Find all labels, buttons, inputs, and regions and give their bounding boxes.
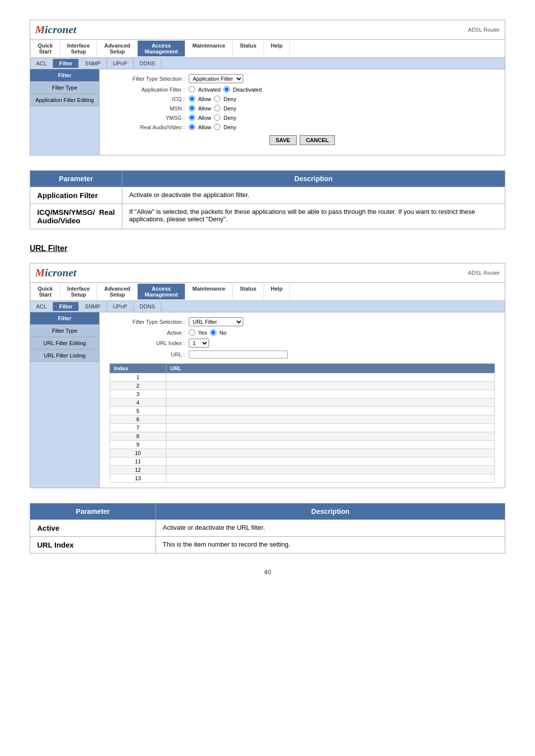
active-desc: Activate or deactivate the URL filter.: [156, 520, 505, 537]
url-listing-url: [166, 474, 494, 483]
icq-deny-radio[interactable]: [214, 96, 220, 102]
url-active-no-radio[interactable]: [210, 329, 216, 336]
url-subnav-ddns[interactable]: DDNS: [134, 302, 161, 311]
url-active-yes-radio[interactable]: [189, 329, 195, 336]
table-row: URL Index This is the item number to rec…: [30, 537, 505, 554]
url-sidebar-filter[interactable]: Filter: [30, 312, 99, 325]
url-nav-help[interactable]: Help: [264, 284, 290, 300]
app-filter-deactivated-radio[interactable]: [223, 86, 230, 93]
real-audio-allow-radio[interactable]: [189, 124, 195, 130]
url-filter-param-table: Parameter Description Active Activate or…: [30, 503, 505, 554]
msn-deny-radio[interactable]: [214, 105, 220, 111]
url-listing-url: [166, 407, 494, 415]
page-number: 40: [30, 568, 505, 576]
url-subnav-upnp[interactable]: UPnP: [107, 302, 134, 311]
url-filter-sidebar: Filter Filter Type URL Filter Editing UR…: [30, 312, 100, 488]
nav-interface-setup[interactable]: InterfaceSetup: [60, 41, 98, 56]
url-listing-row: 4: [110, 399, 495, 407]
ymsg-radios: Allow Deny: [189, 114, 236, 121]
url-listing-row: 7: [110, 424, 495, 432]
app-filter-button-row: SAVE CANCEL: [109, 135, 495, 150]
subnav-filter[interactable]: Filter: [53, 59, 79, 68]
url-subnav-filter[interactable]: Filter: [53, 302, 79, 311]
url-listing-index: 3: [110, 390, 166, 399]
ymsg-label: YMSG :: [109, 115, 189, 121]
url-listing-row: 5: [110, 407, 495, 415]
nav-access-management[interactable]: AccessManagement: [138, 41, 185, 56]
subnav-snmp[interactable]: SNMP: [79, 59, 107, 68]
url-input[interactable]: [189, 351, 288, 358]
url-listing-index: 5: [110, 407, 166, 415]
url-listing-row: 9: [110, 441, 495, 449]
url-nav-interface-setup[interactable]: InterfaceSetup: [60, 284, 98, 300]
filter-type-select[interactable]: Application Filter URL Filter: [189, 74, 243, 83]
sidebar-app-filter-editing[interactable]: Application Filter Editing: [30, 94, 99, 106]
url-listing-row: 11: [110, 457, 495, 466]
url-listing-index: 9: [110, 441, 166, 449]
url-listing-table: Index URL 12345678910111213: [109, 363, 495, 483]
app-filter-param: Application Filter: [30, 187, 122, 204]
url-listing-url: [166, 449, 494, 457]
url-listing-index: 2: [110, 382, 166, 390]
url-listing-url-header: URL: [166, 364, 494, 373]
url-subnav-acl[interactable]: ACL: [30, 302, 53, 311]
url-nav-quick-start[interactable]: QuickStart: [30, 284, 60, 300]
url-sidebar-url-filter-listing[interactable]: URL Filter Listing: [30, 350, 99, 362]
url-listing-index: 7: [110, 424, 166, 432]
real-audio-deny-radio[interactable]: [214, 124, 220, 130]
url-listing-row: 6: [110, 415, 495, 424]
icq-allow-radio[interactable]: [189, 96, 195, 102]
subnav-ddns[interactable]: DDNS: [134, 59, 161, 68]
url-nav-status[interactable]: Status: [233, 284, 264, 300]
url-listing-url: [166, 457, 494, 466]
sidebar-filter-type[interactable]: Filter Type: [30, 82, 99, 94]
nav-maintenance[interactable]: Maintenance: [185, 41, 233, 56]
url-filter-type-row: Filter Type Selection : Application Filt…: [109, 317, 495, 326]
url-listing-url: [166, 441, 494, 449]
nav-quick-start[interactable]: QuickStart: [30, 41, 60, 56]
url-listing-url: [166, 399, 494, 407]
nav-status[interactable]: Status: [233, 41, 264, 56]
url-nav-maintenance[interactable]: Maintenance: [185, 284, 233, 300]
subnav-upnp[interactable]: UPnP: [107, 59, 134, 68]
url-filter-panel: Micronet ADSL Router QuickStart Interfac…: [30, 263, 505, 488]
url-desc-header: Description: [156, 504, 505, 520]
url-nav-advanced-setup[interactable]: AdvancedSetup: [97, 284, 138, 300]
sidebar-filter[interactable]: Filter: [30, 69, 99, 82]
save-button[interactable]: SAVE: [269, 135, 297, 145]
subnav-acl[interactable]: ACL: [30, 59, 53, 68]
icq-deny-label: Deny: [223, 96, 236, 102]
url-filter-content: Filter Type Selection : Application Filt…: [100, 312, 505, 488]
icq-row: ICQ : Allow Deny: [109, 96, 495, 102]
url-filter-body: Filter Filter Type URL Filter Editing UR…: [30, 312, 505, 488]
url-index-row: URL Index : 1 2345 6789 10111213: [109, 339, 495, 348]
app-filter-desc: Activate or deactivate the application f…: [122, 187, 505, 204]
url-listing-url: [166, 466, 494, 474]
msn-deny-label: Deny: [223, 105, 236, 111]
nav-advanced-setup[interactable]: AdvancedSetup: [97, 41, 138, 56]
app-filter-activated-radio[interactable]: [189, 86, 195, 93]
url-param-header: Parameter: [30, 504, 156, 520]
cancel-button[interactable]: CANCEL: [300, 135, 335, 145]
url-sidebar-filter-type[interactable]: Filter Type: [30, 325, 99, 337]
url-listing-index: 8: [110, 432, 166, 441]
nav-help[interactable]: Help: [264, 41, 290, 56]
url-nav-access-management[interactable]: AccessManagement: [138, 284, 185, 300]
app-filter-sidebar: Filter Filter Type Application Filter Ed…: [30, 69, 100, 155]
msn-label: MSN :: [109, 105, 189, 111]
url-index-select[interactable]: 1 2345 6789 10111213: [189, 339, 209, 348]
url-listing-url: [166, 432, 494, 441]
url-subnav-snmp[interactable]: SNMP: [79, 302, 107, 311]
ymsg-deny-radio[interactable]: [214, 114, 220, 121]
app-filter-nav: QuickStart InterfaceSetup AdvancedSetup …: [30, 40, 505, 58]
url-filter-type-select[interactable]: Application Filter URL Filter: [189, 317, 243, 326]
url-listing-row: 1: [110, 373, 495, 382]
url-sidebar-url-filter-editing[interactable]: URL Filter Editing: [30, 337, 99, 350]
url-listing-row: 3: [110, 390, 495, 399]
ymsg-allow-radio[interactable]: [189, 114, 195, 121]
url-listing-row: 2: [110, 382, 495, 390]
micronet-logo-2: Micronet: [35, 266, 76, 279]
app-filter-row: Application Filter : Activated Deactivat…: [109, 86, 495, 93]
msn-allow-radio[interactable]: [189, 105, 195, 111]
url-input-row: URL :: [109, 351, 495, 358]
